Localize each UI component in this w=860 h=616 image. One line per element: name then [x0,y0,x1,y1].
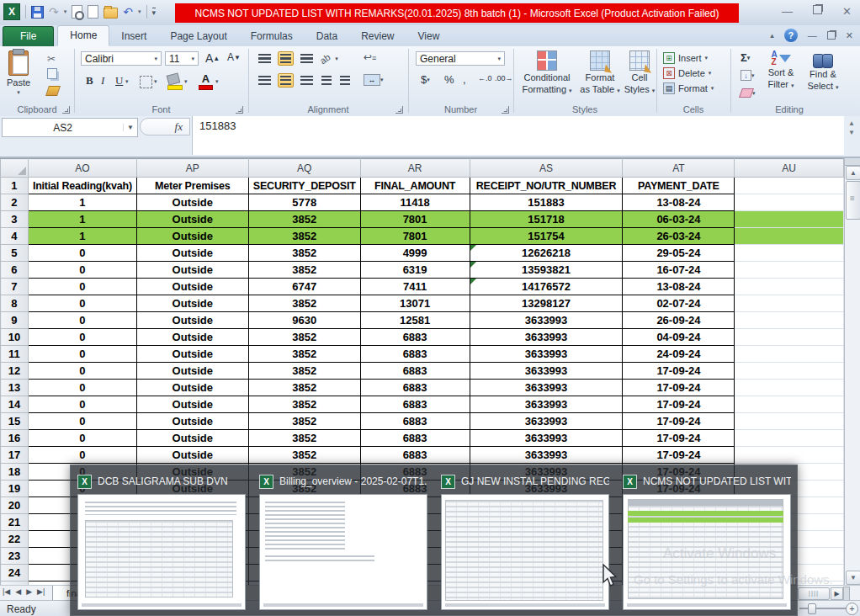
row-header[interactable]: 14 [1,396,29,413]
workbook-restore-button[interactable] [827,31,836,40]
cell[interactable]: Outside [136,312,248,329]
increase-decimal-icon[interactable]: ←.0 [478,74,492,82]
cell[interactable]: Outside [136,447,248,464]
horizontal-scroll-thumb[interactable]: |||| [798,587,830,600]
cell[interactable]: 3633993 [470,312,623,329]
column-header-at[interactable]: AT [623,159,735,178]
cell[interactable]: 3852 [248,329,360,346]
clear-button[interactable]: ▾ [737,88,759,98]
cell[interactable]: 5778 [248,194,360,211]
print-preview-icon[interactable] [72,5,82,19]
cell[interactable]: Meter Premises [136,178,248,194]
cell[interactable]: 0 [28,245,136,262]
insert-function-button[interactable]: fx [140,118,190,135]
cell[interactable]: 3633993 [470,363,623,380]
cell[interactable]: 0 [28,363,136,380]
preview-thumbnail[interactable] [623,494,791,610]
undo-dropdown-icon[interactable]: ▾ [138,8,141,15]
workbook-minimize-button[interactable]: — [808,30,817,40]
cell[interactable]: Outside [136,329,248,346]
cell[interactable]: 0 [28,396,136,413]
merge-center-icon[interactable]: ↔▾ [364,74,384,86]
cell[interactable] [735,396,844,413]
cell[interactable]: 29-05-24 [623,245,735,262]
conditional-formatting-button[interactable]: Conditional Formatting ▾ [520,50,574,94]
scroll-right-icon[interactable]: ▶ [831,587,843,600]
cell[interactable]: 3852 [248,430,360,447]
cell[interactable] [735,178,844,194]
cell[interactable]: Outside [136,380,248,396]
cell[interactable]: 26-09-24 [623,312,735,329]
row-header[interactable]: 20 [1,497,29,514]
column-header-au[interactable]: AU [735,159,844,178]
cell[interactable]: Outside [136,262,248,279]
cell[interactable]: 6883 [360,430,470,447]
cell[interactable]: 3852 [248,228,360,245]
redo-dropdown-icon[interactable]: ▾ [64,8,67,15]
row-header[interactable]: 9 [1,312,29,329]
zoom-slider[interactable] [799,608,850,609]
cell[interactable]: 7411 [360,279,470,295]
cell[interactable] [735,413,844,430]
increase-indent-icon[interactable] [338,74,352,87]
cell[interactable]: 3852 [248,413,360,430]
cell[interactable]: Initial Reading(kvah) [28,178,136,194]
preview-thumbnail[interactable] [77,494,246,610]
cell[interactable]: 12581 [360,312,470,329]
cell[interactable]: 7801 [360,228,470,245]
cell[interactable]: 0 [28,262,136,279]
next-sheet-icon[interactable]: ▶ [26,587,32,596]
insert-cells-button[interactable]: ⊞ Insert▾ [663,52,714,64]
minimize-button[interactable]: — [782,5,793,18]
cell[interactable]: 3852 [248,245,360,262]
cell[interactable]: 151754 [470,228,623,245]
row-header[interactable]: 21 [1,514,29,531]
close-button[interactable]: ✕ [842,5,852,18]
cell[interactable] [735,329,844,346]
cell[interactable]: Outside [136,194,248,211]
taskbar-preview-card[interactable]: XNCMS NOT UPDATED LIST WIT... [623,469,791,615]
row-header[interactable]: 3 [1,211,29,228]
tab-insert[interactable]: Insert [109,27,158,46]
cell[interactable]: Outside [136,211,248,228]
preview-thumbnail[interactable] [259,494,427,610]
cell[interactable]: 6883 [360,363,470,380]
cell[interactable]: 0 [28,312,136,329]
cell[interactable]: 3852 [248,363,360,380]
cell-styles-button[interactable]: Cell Styles ▾ [623,50,656,94]
cell[interactable] [735,245,844,262]
cell[interactable] [735,228,844,245]
align-right-button[interactable] [299,74,315,87]
fill-color-dropdown-icon[interactable]: ▾ [184,78,188,85]
cell[interactable]: 06-03-24 [623,211,735,228]
cell[interactable]: 3633993 [470,329,623,346]
cell[interactable]: 17-09-24 [623,430,735,447]
cell[interactable]: 3852 [248,380,360,396]
row-header[interactable]: 4 [1,228,29,245]
vertical-scrollbar[interactable]: ▲ ▼ [844,158,860,585]
cell[interactable]: FINAL_AMOUNT [360,178,470,194]
orientation-dropdown-icon[interactable]: ▾ [335,56,338,62]
row-header[interactable]: 11 [1,346,29,363]
row-header[interactable]: 18 [1,464,29,481]
row-header[interactable]: 24 [1,565,29,581]
excel-logo-icon[interactable]: X [3,3,20,20]
cell[interactable]: 0 [28,430,136,447]
cell[interactable]: 17-09-24 [623,447,735,464]
number-format-select[interactable]: General▾ [416,51,505,66]
row-header[interactable]: 5 [1,245,29,262]
underline-button[interactable]: U [112,73,126,88]
currency-format-button[interactable]: $▾ [417,72,433,87]
clipboard-dialog-launcher-icon[interactable] [62,106,70,114]
cell[interactable] [735,346,844,363]
paste-button[interactable]: Paste ▾ [7,50,30,96]
column-header-ar[interactable]: AR [360,159,470,178]
cell[interactable]: 6883 [360,413,470,430]
cell[interactable]: 0 [28,413,136,430]
font-size-select[interactable]: 11▾ [165,51,199,66]
align-top-button[interactable] [257,52,273,65]
help-icon[interactable]: ? [784,29,798,42]
cell[interactable]: 13298127 [470,295,623,312]
last-sheet-icon[interactable]: ▶| [37,587,45,596]
cell[interactable]: Outside [136,430,248,447]
